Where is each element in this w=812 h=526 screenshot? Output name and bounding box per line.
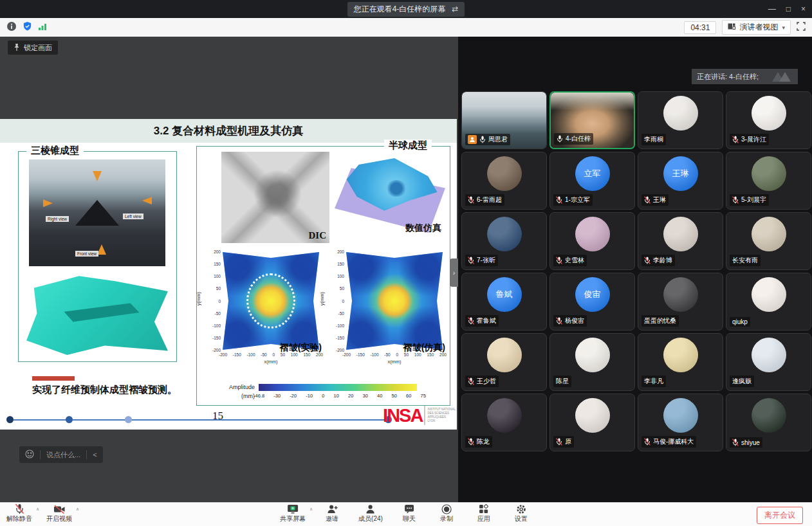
participant-tile[interactable]: 陈星	[549, 333, 635, 391]
participant-name: 霍鲁斌	[477, 316, 496, 325]
participant-tile[interactable]: 王少哲	[461, 333, 547, 391]
arrow-right-icon	[142, 197, 152, 204]
x-axis-label: x(mm)	[223, 359, 319, 365]
mic-muted-icon	[556, 196, 562, 204]
wrinkle-simulation-plot: y(mm) 200150100500-50-100-150-200 褶皱(仿真)…	[326, 249, 449, 376]
timeline-dot	[66, 416, 73, 423]
participant-tile[interactable]: 周思君	[461, 91, 547, 149]
emoji-icon[interactable]	[25, 449, 34, 460]
participant-tile[interactable]: 陈龙	[461, 394, 547, 451]
participant-avatar	[663, 277, 698, 312]
toolbar-button-label: 聊天	[403, 514, 416, 523]
meeting-header: 04:31 演讲者视图 ▾	[0, 18, 812, 37]
leave-meeting-button[interactable]: 离开会议	[757, 507, 803, 524]
chevron-up-icon[interactable]: ∧	[36, 507, 39, 512]
participant-name-badge: 6-雷雨超	[465, 194, 504, 206]
participant-name-badge: qiukp	[730, 317, 750, 327]
participant-tile[interactable]: 鲁斌 霍鲁斌	[461, 273, 547, 331]
participant-tile[interactable]: 逢疯贩	[726, 333, 811, 391]
red-accent-bar	[32, 376, 75, 381]
participant-tile[interactable]: 6-雷雨超	[461, 152, 547, 210]
participant-tile[interactable]: 蛋蛋的忧桑	[638, 273, 723, 331]
participant-tile[interactable]: 李非凡	[638, 333, 723, 391]
participant-tile[interactable]: 立军 1-宗立军	[549, 152, 635, 210]
participant-avatar	[663, 398, 698, 433]
toolbar-invite-button[interactable]: 邀请	[321, 503, 343, 523]
pin-icon	[14, 43, 20, 53]
left-view-label: Left view	[123, 213, 143, 219]
titlebar: 您正在观看4-白任梓的屏幕 ⇄ — □ ×	[0, 0, 812, 18]
toolbar-apps-button[interactable]: 应用	[473, 503, 495, 523]
participant-tile[interactable]: 李雨桐	[638, 91, 723, 149]
mic-muted-icon	[644, 438, 651, 446]
toolbar-screen-share-button[interactable]: 共享屏幕∧	[280, 503, 306, 523]
participant-name-badge: 陈星	[553, 376, 571, 387]
participant-name: 长安有雨	[732, 256, 758, 265]
info-icon[interactable]	[6, 21, 17, 34]
toolbar-camera-muted-button[interactable]: 开启视频∧	[46, 503, 72, 523]
mic-icon	[479, 136, 486, 143]
security-shield-icon[interactable]	[23, 21, 32, 34]
view-mode-dropdown[interactable]: 演讲者视图 ▾	[722, 20, 791, 35]
toolbar-chat-button[interactable]: 聊天	[398, 503, 420, 523]
participant-tile[interactable]: 5-刘晨宇	[726, 152, 811, 210]
participant-avatar	[752, 217, 786, 251]
watching-screen-pill[interactable]: 您正在观看4-白任梓的屏幕 ⇄	[347, 2, 465, 17]
chat-input-placeholder[interactable]: 说点什么...	[46, 450, 80, 460]
participant-avatar	[663, 217, 698, 251]
mic-muted-icon	[15, 503, 24, 514]
chevron-up-icon[interactable]: ∧	[76, 507, 79, 512]
hemisphere-forming-panel: 半球成型 DIC 数值仿真 y(mm) 200150100500-50-100-…	[196, 146, 450, 406]
colorbar-gradient	[259, 384, 417, 391]
participant-tile[interactable]: 3-晁许江	[726, 91, 811, 149]
timeline-dot	[6, 416, 14, 423]
switch-screen-icon[interactable]: ⇄	[452, 5, 458, 14]
participant-tile[interactable]: 史雪林	[549, 212, 635, 270]
participant-tile[interactable]: 俊宙 杨俊宙	[549, 273, 635, 331]
participant-tile[interactable]: 7-张昕	[461, 212, 547, 270]
host-badge-icon	[468, 135, 477, 144]
close-button[interactable]: ×	[801, 5, 806, 14]
timeline-dot	[125, 416, 132, 423]
chat-collapse-button[interactable]: <	[93, 451, 97, 458]
participant-tile[interactable]: 马俊-挪威科大	[638, 394, 723, 451]
participant-tile[interactable]: shiyue	[726, 394, 811, 451]
participant-tile[interactable]: 李龄博	[638, 212, 723, 270]
participant-name: 1-宗立军	[565, 195, 590, 204]
maximize-button[interactable]: □	[786, 5, 791, 14]
members-icon	[365, 503, 375, 514]
participant-tile[interactable]: qiukp	[726, 273, 811, 331]
chevron-up-icon[interactable]: ∧	[309, 507, 313, 512]
fullscreen-icon[interactable]	[797, 22, 806, 33]
screen-share-area: 锁定画面 3.2 复合材料成型机理及其仿真 三棱锥成型 Right view L…	[0, 37, 458, 502]
y-axis-label: y(mm)	[196, 292, 201, 305]
pyramid-forming-photo: Right view Left view Front view	[29, 159, 165, 266]
layout-icon	[728, 23, 735, 32]
toolbar-record-button[interactable]: 录制	[436, 503, 457, 523]
chat-icon	[404, 503, 414, 514]
simulation-plot-title: 褶皱(仿真)	[403, 342, 445, 354]
participant-tile[interactable]: 王琳 王琳	[638, 152, 723, 210]
participant-name: 李龄博	[653, 256, 672, 265]
minimize-button[interactable]: —	[768, 5, 776, 14]
pyramid-forming-panel: 三棱锥成型 Right view Left view Front view	[18, 151, 177, 362]
participant-tile[interactable]: 原	[549, 394, 635, 451]
participant-name-badge: 李非凡	[641, 376, 666, 387]
signal-strength-icon[interactable]	[38, 22, 47, 33]
toolbar-mic-muted-button[interactable]: 解除静音∧	[6, 503, 32, 523]
meeting-window: 您正在观看4-白任梓的屏幕 ⇄ — □ × 04:31 演讲者视图 ▾	[0, 0, 812, 526]
participant-grid: 周思君 4-白任梓 李雨桐 3-晁许江 6-雷雨超	[461, 91, 811, 451]
toolbar-button-label: 共享屏幕	[280, 514, 306, 523]
quick-chat-bar[interactable]: 说点什么... <	[19, 446, 103, 463]
settings-icon	[516, 503, 526, 514]
participant-tile[interactable]: 长安有雨	[726, 212, 811, 270]
participant-avatar	[487, 338, 522, 372]
toolbar-members-button[interactable]: 成员(24)	[358, 503, 383, 523]
participant-tile[interactable]: 4-白任梓	[549, 91, 635, 149]
participant-name: 杨俊宙	[565, 316, 584, 325]
panel-toggle-chevron[interactable]: ›	[450, 258, 458, 287]
toolbar-settings-button[interactable]: 设置	[510, 503, 532, 523]
pin-view-button[interactable]: 锁定画面	[8, 41, 58, 55]
participant-name: qiukp	[732, 318, 748, 325]
participant-avatar	[752, 156, 786, 191]
